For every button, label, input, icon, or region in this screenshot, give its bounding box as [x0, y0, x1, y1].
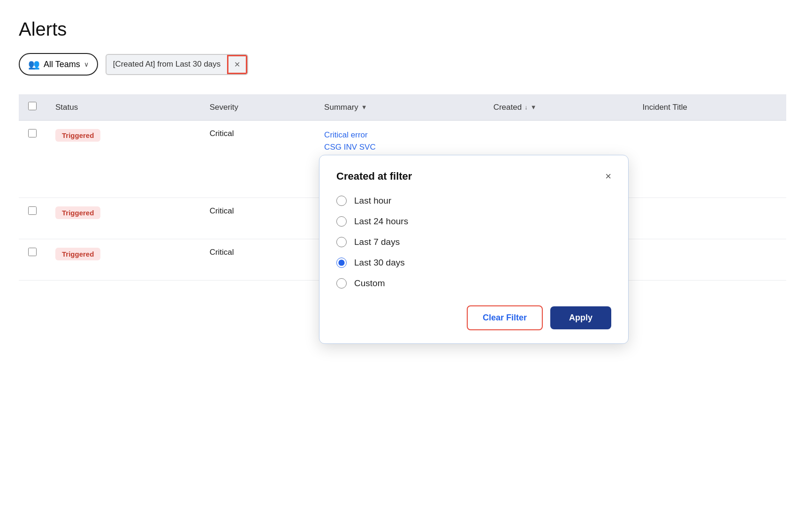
row-checkbox-cell — [19, 198, 46, 239]
header-status: Status — [46, 94, 200, 121]
popup-title: Created at filter — [336, 170, 412, 182]
status-badge: Triggered — [55, 129, 100, 142]
filter-tag-text: [Created At] from Last 30 days — [106, 56, 228, 73]
filter-tag-close-button[interactable]: ✕ — [227, 55, 247, 74]
row-checkbox[interactable] — [28, 129, 37, 137]
apply-button[interactable]: Apply — [550, 306, 611, 329]
table-header-row: Status Severity Summary ▼ Create — [19, 94, 786, 121]
row-status-cell: Triggered — [46, 198, 200, 239]
header-checkbox-col — [19, 94, 46, 121]
row-checkbox-cell — [19, 239, 46, 280]
row-checkbox[interactable] — [28, 248, 37, 256]
all-teams-button[interactable]: 👥 All Teams ∨ — [19, 53, 98, 76]
status-badge: Triggered — [55, 206, 100, 219]
radio-last-hour[interactable] — [336, 196, 347, 206]
active-filter-tag: [Created At] from Last 30 days ✕ — [106, 54, 249, 75]
select-all-checkbox[interactable] — [28, 102, 37, 110]
radio-label-last-30-days: Last 30 days — [354, 258, 405, 268]
radio-label-last-hour: Last hour — [354, 196, 391, 206]
page-title: Alerts — [19, 19, 786, 40]
teams-icon: 👥 — [28, 59, 40, 70]
radio-last-7-days[interactable] — [336, 237, 347, 247]
created-filter-icon[interactable]: ▼ — [531, 104, 537, 111]
header-created[interactable]: Created ↓ ▼ — [484, 94, 633, 121]
summary-link[interactable]: Critical error — [324, 129, 475, 141]
row-severity-cell: Critical — [200, 121, 315, 198]
radio-label-custom: Custom — [354, 278, 385, 289]
filter-option-custom[interactable]: Custom — [336, 278, 611, 289]
created-at-filter-popup: Created at filter × Last hour Last 24 ho… — [319, 155, 629, 344]
filter-option-last-hour[interactable]: Last hour — [336, 196, 611, 206]
filter-option-last-24-hours[interactable]: Last 24 hours — [336, 216, 611, 227]
header-severity: Severity — [200, 94, 315, 121]
header-summary[interactable]: Summary ▼ — [315, 94, 484, 121]
filter-option-last-30-days[interactable]: Last 30 days — [336, 258, 611, 268]
created-sort-icon[interactable]: ↓ — [524, 104, 528, 111]
filter-option-last-7-days[interactable]: Last 7 days — [336, 237, 611, 247]
toolbar: 👥 All Teams ∨ [Created At] from Last 30 … — [19, 53, 786, 76]
all-teams-label: All Teams — [44, 60, 80, 69]
popup-close-button[interactable]: × — [605, 171, 611, 182]
severity-value: Critical — [210, 129, 234, 138]
row-checkbox[interactable] — [28, 206, 37, 215]
status-badge: Triggered — [55, 248, 100, 260]
row-incident-cell — [633, 239, 786, 280]
filter-options-group: Last hour Last 24 hours Last 7 days Last… — [336, 196, 611, 289]
radio-custom[interactable] — [336, 278, 347, 289]
row-severity-cell: Critical — [200, 198, 315, 239]
header-incident-title: Incident Title — [633, 94, 786, 121]
row-incident-cell — [633, 121, 786, 198]
row-checkbox-cell — [19, 121, 46, 198]
severity-value: Critical — [210, 206, 234, 215]
radio-label-last-7-days: Last 7 days — [354, 237, 400, 247]
chevron-down-icon: ∨ — [84, 61, 89, 68]
severity-value: Critical — [210, 248, 234, 257]
radio-last-30-days[interactable] — [336, 258, 347, 268]
row-status-cell: Triggered — [46, 121, 200, 198]
row-severity-cell: Critical — [200, 239, 315, 280]
radio-label-last-24-hours: Last 24 hours — [354, 216, 408, 227]
radio-last-24-hours[interactable] — [336, 216, 347, 227]
row-incident-cell — [633, 198, 786, 239]
clear-filter-button[interactable]: Clear Filter — [467, 305, 543, 330]
summary-link-2[interactable]: CSG INV SVC — [324, 141, 475, 153]
summary-filter-icon[interactable]: ▼ — [361, 104, 367, 111]
popup-header: Created at filter × — [336, 170, 611, 182]
popup-footer: Clear Filter Apply — [336, 305, 611, 330]
row-status-cell: Triggered — [46, 239, 200, 280]
